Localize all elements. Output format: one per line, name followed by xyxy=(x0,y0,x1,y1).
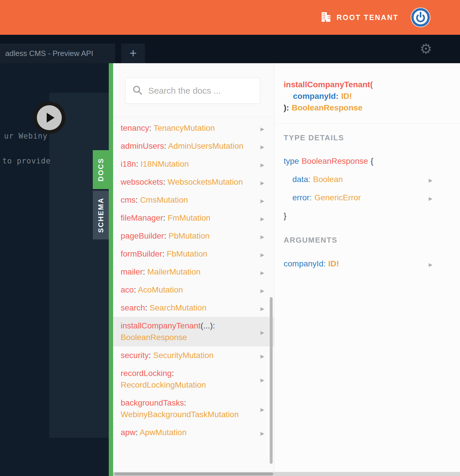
doc-field-item-mailer[interactable]: mailer: MailerMutation xyxy=(113,263,274,281)
doc-field-item-installCompanyTenant[interactable]: installCompanyTenant(...): BooleanRespon… xyxy=(113,317,274,346)
doc-field-item-backgroundTasks[interactable]: backgroundTasks: WebinyBackgroundTaskMut… xyxy=(113,394,274,424)
chevron-right-icon xyxy=(260,405,264,413)
doc-field-item-pageBuilder[interactable]: pageBuilder: PbMutation xyxy=(113,227,274,245)
field-type: BooleanResponse xyxy=(121,333,187,342)
field-name: formBuilder xyxy=(121,249,162,258)
session-tab-bar: adless CMS - Preview API + xyxy=(0,35,460,63)
top-bar: ROOT TENANT xyxy=(0,0,460,35)
field-type: CmsMutation xyxy=(140,195,188,204)
chevron-right-icon xyxy=(260,124,264,132)
field-punct: : xyxy=(145,303,150,312)
field-punct: : xyxy=(136,159,141,168)
doc-field-item-tenancy[interactable]: tenancy: TenancyMutation xyxy=(113,119,274,137)
chevron-right-icon xyxy=(260,160,264,168)
docs-search-box[interactable] xyxy=(125,78,260,104)
editor-surface[interactable] xyxy=(49,93,109,438)
field-type: ApwMutation xyxy=(140,428,186,437)
field-punct: (...): xyxy=(201,321,218,330)
doc-field-item-apw[interactable]: apw: ApwMutation xyxy=(113,424,274,442)
doc-field-item-fileManager[interactable]: fileManager: FmMutation xyxy=(113,209,274,227)
type-field-error[interactable]: error:GenericError xyxy=(292,192,460,204)
field-name: cms xyxy=(121,195,135,204)
type-details-heading: TYPE DETAILS xyxy=(284,132,460,143)
field-type: I18NMutation xyxy=(141,159,189,168)
chevron-right-icon xyxy=(260,232,264,240)
chevron-right-icon xyxy=(260,375,264,383)
field-name: pageBuilder xyxy=(121,231,164,240)
field-type: SecurityMutation xyxy=(153,351,214,360)
field-name: tenancy xyxy=(121,123,149,132)
doc-field-item-cms[interactable]: cms: CmsMutation xyxy=(113,191,274,209)
field-type: FmMutation xyxy=(168,213,211,222)
field-type: AdminUsersMutation xyxy=(168,141,243,150)
doc-field-item-search[interactable]: search: SearchMutation xyxy=(113,299,274,317)
field-name: apw xyxy=(121,428,135,437)
power-logo-button[interactable] xyxy=(410,7,431,28)
field-punct: : xyxy=(163,213,168,222)
doc-field-item-websockets[interactable]: websockets: WebsocketsMutation xyxy=(113,173,274,191)
doc-field-item-adminUsers[interactable]: adminUsers: AdminUsersMutation xyxy=(113,137,274,155)
type-name: BooleanResponse xyxy=(302,157,368,166)
settings-gear-icon[interactable] xyxy=(420,42,432,56)
type-field-data[interactable]: data:Boolean xyxy=(292,174,460,185)
tenant-selector[interactable]: ROOT TENANT xyxy=(321,0,399,35)
field-punct: : xyxy=(134,285,138,294)
docs-vertical-scrollbar[interactable] xyxy=(270,297,273,464)
close-brace: } xyxy=(284,210,460,222)
signature-arg-line: companyId:ID! xyxy=(284,90,460,102)
field-name: search xyxy=(121,303,145,312)
type-field-name: error: xyxy=(292,193,312,202)
field-type: MailerMutation xyxy=(147,267,201,276)
field-punct: : xyxy=(164,231,169,240)
type-keyword: type xyxy=(284,157,299,166)
field-name: security xyxy=(121,351,148,360)
signature-return-type: BooleanResponse xyxy=(292,103,363,112)
mutation-field-list: tenancy: TenancyMutation adminUsers: Adm… xyxy=(113,117,274,442)
field-punct: : xyxy=(135,195,140,204)
doc-field-item-security[interactable]: security: SecurityMutation xyxy=(113,346,274,364)
horizontal-scrollbar-thumb[interactable] xyxy=(114,473,273,475)
tab-schema[interactable]: SCHEMA xyxy=(93,191,109,239)
field-type: FbMutation xyxy=(167,249,207,258)
chevron-right-icon xyxy=(429,175,432,184)
doc-field-item-formBuilder[interactable]: formBuilder: FbMutation xyxy=(113,245,274,263)
field-punct: : xyxy=(148,351,153,360)
building-icon xyxy=(321,12,331,23)
chevron-right-icon xyxy=(260,268,264,276)
field-type: RecordLockingMutation xyxy=(121,380,206,389)
open-brace: { xyxy=(371,157,373,166)
argument-companyId[interactable]: companyId:ID! xyxy=(284,258,460,270)
field-name: i18n xyxy=(121,159,136,168)
doc-field-item-recordLocking[interactable]: recordLocking: RecordLockingMutation xyxy=(113,364,274,394)
tenant-label: ROOT TENANT xyxy=(336,13,399,22)
tab-docs[interactable]: DOCS xyxy=(93,150,109,189)
chevron-right-icon xyxy=(260,142,264,150)
field-name: aco xyxy=(121,285,134,294)
type-field-type: GenericError xyxy=(314,193,361,202)
new-tab-button[interactable]: + xyxy=(121,43,145,63)
argument-name: companyId: xyxy=(284,259,326,268)
docs-panel: tenancy: TenancyMutation adminUsers: Adm… xyxy=(113,63,274,476)
field-punct: : xyxy=(164,141,168,150)
horizontal-scrollbar[interactable] xyxy=(113,472,460,476)
chevron-right-icon xyxy=(260,328,264,336)
doc-field-item-aco[interactable]: aco: AcoMutation xyxy=(113,281,274,299)
field-name: mailer xyxy=(121,267,143,276)
type-field-name: data: xyxy=(292,175,310,184)
tab-schema-label: SCHEMA xyxy=(97,197,105,233)
tab-docs-label: DOCS xyxy=(97,158,105,181)
doc-field-item-i18n[interactable]: i18n: I18NMutation xyxy=(113,155,274,173)
field-punct: : xyxy=(149,123,153,132)
signature-name-line: installCompanyTenant( xyxy=(284,79,460,90)
api-tab[interactable]: adless CMS - Preview API xyxy=(0,43,115,63)
docs-search-section xyxy=(113,63,274,117)
play-icon xyxy=(47,113,55,123)
docs-search-input[interactable] xyxy=(148,86,253,96)
type-declaration[interactable]: typeBooleanResponse{ xyxy=(284,155,460,167)
editor-comment-line-1: ur Webiny xyxy=(4,132,48,140)
chevron-right-icon xyxy=(260,196,264,204)
editor-comment-line-2: to provide xyxy=(2,157,51,165)
video-play-button[interactable] xyxy=(33,101,66,134)
docs-panel-accent-edge[interactable] xyxy=(109,63,113,476)
field-punct: : xyxy=(162,249,167,258)
